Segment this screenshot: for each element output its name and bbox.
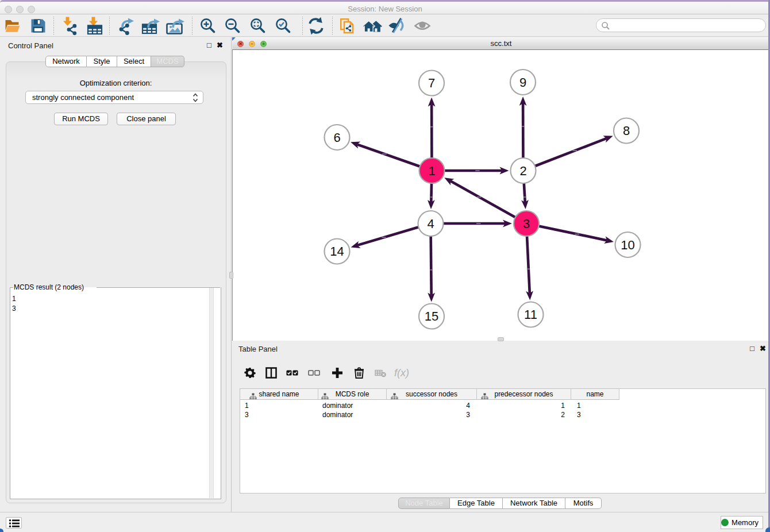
svg-text:6: 6 bbox=[333, 130, 340, 145]
svg-text:f(x): f(x) bbox=[394, 367, 409, 379]
svg-text:4: 4 bbox=[427, 217, 434, 231]
svg-text:2: 2 bbox=[519, 164, 526, 178]
svg-text:3: 3 bbox=[523, 217, 530, 231]
svg-text:14: 14 bbox=[330, 244, 344, 259]
svg-text:15: 15 bbox=[425, 309, 438, 323]
svg-text:1: 1 bbox=[428, 164, 435, 178]
svg-text:9: 9 bbox=[519, 75, 526, 90]
svg-text:7: 7 bbox=[428, 76, 435, 90]
svg-text:11: 11 bbox=[524, 307, 537, 322]
svg-text:8: 8 bbox=[623, 124, 630, 138]
svg-text:10: 10 bbox=[621, 238, 634, 252]
